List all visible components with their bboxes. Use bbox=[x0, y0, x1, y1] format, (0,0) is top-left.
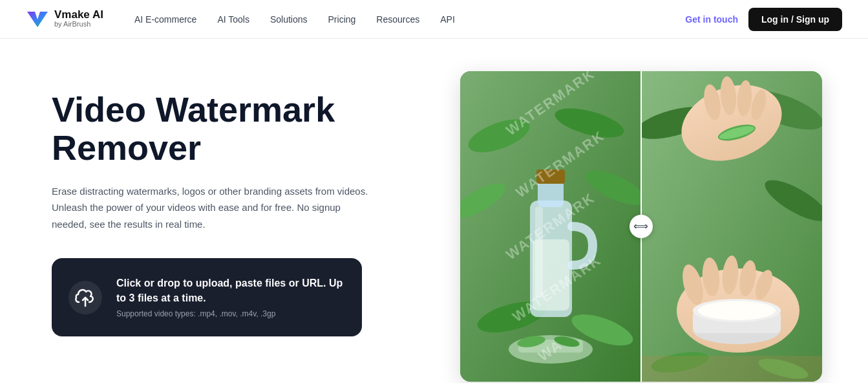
nav-actions: Get in touch Log in / Sign up bbox=[685, 8, 842, 31]
nav-item-ai-tools[interactable]: AI Tools bbox=[217, 14, 249, 25]
upload-text: Click or drop to upload, paste files or … bbox=[116, 276, 344, 318]
svg-rect-14 bbox=[535, 207, 543, 298]
login-signup-button[interactable]: Log in / Sign up bbox=[748, 8, 842, 31]
svg-rect-11 bbox=[538, 181, 564, 207]
svg-marker-0 bbox=[27, 12, 48, 27]
hero-title: Video Watermark Remover bbox=[52, 91, 427, 168]
hero-description: Erase distracting watermarks, logos or o… bbox=[52, 183, 375, 233]
logo[interactable]: Vmake AI by AirBrush bbox=[26, 8, 103, 31]
upload-area[interactable]: Click or drop to upload, paste files or … bbox=[52, 258, 362, 336]
svg-rect-42 bbox=[641, 356, 822, 382]
hero-image: WATERMARK WATERMARK WATERMARK WATERMARK … bbox=[427, 71, 829, 382]
nav-item-solutions[interactable]: Solutions bbox=[270, 14, 308, 25]
svg-rect-12 bbox=[536, 170, 565, 184]
comparison-widget: WATERMARK WATERMARK WATERMARK WATERMARK … bbox=[460, 71, 822, 382]
logo-subtitle: by AirBrush bbox=[54, 20, 103, 28]
upload-icon-wrap bbox=[67, 279, 103, 316]
hero-content: Video Watermark Remover Erase distractin… bbox=[52, 78, 427, 336]
upload-icon bbox=[69, 281, 102, 314]
comparison-divider: ⟺ bbox=[640, 71, 642, 382]
before-image-svg bbox=[460, 71, 641, 382]
get-touch-button[interactable]: Get in touch bbox=[685, 14, 738, 25]
svg-point-39 bbox=[698, 301, 776, 320]
comparison-after bbox=[641, 71, 822, 382]
divider-arrows-icon: ⟺ bbox=[633, 221, 648, 232]
after-image-svg bbox=[641, 71, 822, 382]
nav-item-pricing[interactable]: Pricing bbox=[328, 14, 356, 25]
comparison-before: WATERMARK WATERMARK WATERMARK WATERMARK … bbox=[460, 71, 641, 382]
nav-item-api[interactable]: API bbox=[440, 14, 455, 25]
logo-title: Vmake AI bbox=[54, 9, 103, 20]
upload-main-text: Click or drop to upload, paste files or … bbox=[116, 276, 344, 305]
divider-handle[interactable]: ⟺ bbox=[630, 215, 653, 238]
logo-icon bbox=[26, 8, 49, 31]
nav-links: AI E-commerce AI Tools Solutions Pricing… bbox=[134, 14, 685, 25]
upload-sub-text: Supported video types: .mp4, .mov, .m4v,… bbox=[116, 309, 344, 318]
nav-item-ai-ecommerce[interactable]: AI E-commerce bbox=[134, 14, 196, 25]
navbar: Vmake AI by AirBrush AI E-commerce AI To… bbox=[0, 0, 868, 39]
nav-item-resources[interactable]: Resources bbox=[376, 14, 419, 25]
hero-section: Video Watermark Remover Erase distractin… bbox=[0, 39, 868, 383]
